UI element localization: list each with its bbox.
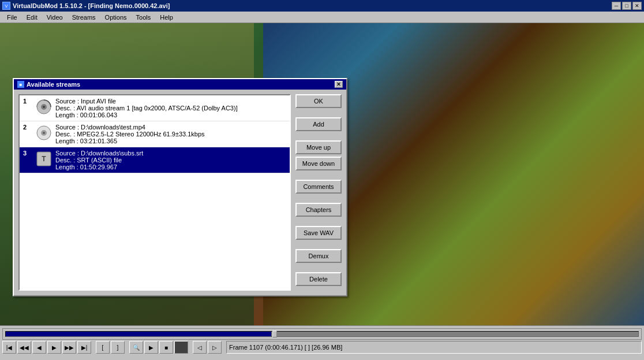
save-wav-button[interactable]: Save WAV xyxy=(295,226,342,240)
move-up-button[interactable]: Move up xyxy=(295,140,342,154)
move-down-button[interactable]: Move down xyxy=(295,157,342,170)
next-frame-btn2[interactable]: ▷ xyxy=(208,341,222,354)
go-end-button[interactable]: ▶| xyxy=(77,341,91,354)
seek-bar[interactable] xyxy=(2,328,642,340)
stream-icon-3: T xyxy=(35,150,53,168)
dialog-content: 1 Source : Input AVI file xyxy=(14,90,346,295)
mark-in-button[interactable]: [ xyxy=(96,341,110,354)
delete-button[interactable]: Delete xyxy=(295,272,342,286)
add-button[interactable]: Add xyxy=(295,117,342,131)
stream-desc-1: Desc. : AVI audio stream 1 [tag 0x2000, … xyxy=(55,105,238,112)
minimize-button[interactable]: ─ xyxy=(612,2,621,10)
chapters-button[interactable]: Chapters xyxy=(295,203,342,217)
close-button[interactable]: ✕ xyxy=(632,2,642,10)
stream-source-3: Source : D:\downloads\subs.srt xyxy=(55,150,143,157)
status-bar: |◀ ◀◀ ◀ ▶ ▶▶ ▶| [ ] 🔍 ▶ ■ ◁ ▷ Frame 1107… xyxy=(0,325,644,360)
menu-edit[interactable]: Edit xyxy=(22,13,42,22)
stream-item-1[interactable]: 1 Source : Input AVI file xyxy=(20,95,290,121)
maximize-button[interactable]: □ xyxy=(622,2,631,10)
dialog-title-text: Available streams xyxy=(27,81,80,88)
menu-bar: File Edit Video Streams Options Tools He… xyxy=(0,12,644,23)
menu-streams[interactable]: Streams xyxy=(68,13,100,22)
go-start-button[interactable]: |◀ xyxy=(2,341,16,354)
stream-item-2[interactable]: 2 Source : D:\downloads\test.mp4 Desc. :… xyxy=(20,121,290,147)
available-streams-dialog: ■ Available streams ✕ 1 xyxy=(13,78,347,296)
next-frame-button[interactable]: ▶ xyxy=(47,341,61,354)
seek-filled xyxy=(6,332,271,336)
next-key-button[interactable]: ▶▶ xyxy=(62,341,76,354)
stream-source-1: Source : Input AVI file xyxy=(55,98,238,105)
menu-help[interactable]: Help xyxy=(155,13,178,22)
mark-out-button[interactable]: ] xyxy=(111,341,125,354)
title-bar: V VirtualDubMod 1.5.10.2 - [Finding Nemo… xyxy=(0,0,644,12)
prev-frame-btn2[interactable]: ◁ xyxy=(193,341,207,354)
stream-length-3: Length : 01:50:29.967 xyxy=(55,164,143,170)
stream-icon-2 xyxy=(35,124,53,142)
seek-track xyxy=(5,331,639,337)
stop-button[interactable]: ■ xyxy=(159,341,173,354)
ok-button[interactable]: OK xyxy=(295,94,342,108)
dialog-icon: ■ xyxy=(17,81,24,88)
stream-list[interactable]: 1 Source : Input AVI file xyxy=(18,94,291,291)
stream-desc-2: Desc. : MPEG2.5-L2 Stereo 12000Hz 61.9±3… xyxy=(55,131,205,138)
zoom-button[interactable]: 🔍 xyxy=(129,341,143,354)
color-button[interactable] xyxy=(174,341,188,354)
stream-length-1: Length : 00:01:06.043 xyxy=(55,112,238,118)
comments-button[interactable]: Comments xyxy=(295,180,342,194)
stream-details-1: Source : Input AVI file Desc. : AVI audi… xyxy=(55,98,238,118)
seek-thumb[interactable] xyxy=(272,331,277,337)
menu-file[interactable]: File xyxy=(2,13,22,22)
svg-point-2 xyxy=(43,106,45,108)
svg-text:T: T xyxy=(42,155,46,163)
menu-video[interactable]: Video xyxy=(42,13,68,22)
stream-list-empty xyxy=(20,173,290,231)
prev-frame-button[interactable]: ◀ xyxy=(32,341,46,354)
status-text: Frame 1107 (0:00:46.171) [ ] [26.96 MB] xyxy=(226,341,642,354)
toolbar-area: |◀ ◀◀ ◀ ▶ ▶▶ ▶| [ ] 🔍 ▶ ■ ◁ ▷ Frame 1107… xyxy=(0,340,644,355)
window-title: VirtualDubMod 1.5.10.2 - [Finding Nemo.0… xyxy=(13,2,170,9)
dialog-close-button[interactable]: ✕ xyxy=(335,81,343,88)
buttons-panel: OK Add Move up Move down Comments Chapte… xyxy=(295,94,342,291)
stream-source-2: Source : D:\downloads\test.mp4 xyxy=(55,124,205,131)
stream-icon-1 xyxy=(35,98,53,116)
stream-number-3: 3 xyxy=(23,150,32,157)
prev-key-button[interactable]: ◀◀ xyxy=(17,341,31,354)
app-icon: V xyxy=(2,2,10,10)
stream-item-3[interactable]: 3 T Source : D:\downloads\subs.srt Desc.… xyxy=(20,147,290,173)
main-area: ■ Available streams ✕ 1 xyxy=(0,23,644,325)
stream-number-1: 1 xyxy=(23,98,32,105)
stream-number-2: 2 xyxy=(23,124,32,131)
svg-point-5 xyxy=(43,132,45,134)
stream-details-2: Source : D:\downloads\test.mp4 Desc. : M… xyxy=(55,124,205,144)
menu-options[interactable]: Options xyxy=(100,13,132,22)
menu-tools[interactable]: Tools xyxy=(132,13,156,22)
stream-desc-3: Desc. : SRT (ASCII) file xyxy=(55,157,143,164)
dialog-title-bar: ■ Available streams ✕ xyxy=(14,79,346,90)
play-button[interactable]: ▶ xyxy=(144,341,158,354)
demux-button[interactable]: Demux xyxy=(295,249,342,263)
stream-details-3: Source : D:\downloads\subs.srt Desc. : S… xyxy=(55,150,143,170)
stream-length-2: Length : 03:21:01.365 xyxy=(55,138,205,144)
